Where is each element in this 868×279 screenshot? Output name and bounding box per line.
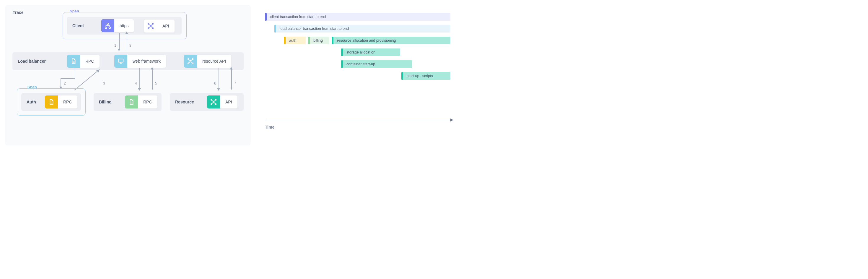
arrowhead-icon <box>125 32 128 34</box>
arrowhead-icon <box>151 67 154 69</box>
arrowhead-icon <box>118 49 121 51</box>
edge-8 <box>127 33 127 50</box>
chip-client-https-text: https <box>114 19 134 32</box>
arrowhead-icon <box>217 88 220 91</box>
bar-label: billing <box>310 37 329 44</box>
svg-point-4 <box>148 23 149 25</box>
chip-resource-api: API <box>207 95 238 109</box>
waterfall-bar: client transaction from start to end <box>265 13 451 21</box>
chip-client-api-text: API <box>157 19 175 33</box>
chip-client-https: https <box>101 19 134 32</box>
svg-rect-1 <box>105 27 107 29</box>
tier-billing-label: Billing <box>94 100 112 104</box>
waterfall-bar: load balancer transaction from start to … <box>274 25 451 32</box>
arrowhead-icon <box>451 118 453 121</box>
edge-6 <box>219 68 219 89</box>
chip-auth-rpc: RPC <box>45 95 78 109</box>
bar-label: storage allocation <box>343 49 400 56</box>
edge-num-2: 2 <box>64 81 66 85</box>
sitemap-icon <box>101 19 114 32</box>
graph-icon <box>144 19 157 33</box>
file-icon <box>125 95 138 109</box>
arrowhead-icon <box>230 67 233 69</box>
svg-point-7 <box>152 28 154 29</box>
chip-lb-resapi: resource API <box>184 55 231 68</box>
waterfall-bar: auth <box>284 37 306 44</box>
waterfall-bar: storage allocation <box>341 49 400 56</box>
svg-point-3 <box>150 25 152 27</box>
svg-point-13 <box>192 63 193 64</box>
svg-point-9 <box>190 61 191 62</box>
edge-7 <box>231 69 232 89</box>
svg-point-17 <box>211 104 212 105</box>
chip-lb-web-text: web framework <box>127 55 166 68</box>
bar-label: start-up . scripts <box>403 72 451 80</box>
chip-lb-resapi-text: resource API <box>197 55 231 68</box>
chip-lb-rpc-text: RPC <box>80 55 99 68</box>
waterfall-bar: start-up . scripts <box>401 72 451 80</box>
monitor-icon <box>114 55 127 68</box>
svg-point-11 <box>192 58 193 60</box>
svg-rect-2 <box>109 27 111 29</box>
edge-num-7: 7 <box>234 81 236 85</box>
trace-panel: Trace Span Client https API 1 8 Lo <box>5 5 251 145</box>
tier-auth-label: Auth <box>21 100 36 104</box>
edge-1 <box>119 33 120 49</box>
tier-client-label: Client <box>67 23 84 28</box>
edge-num-1: 1 <box>114 44 116 48</box>
chip-billing-rpc: RPC <box>125 95 157 109</box>
bar-label: load balancer transaction from start to … <box>276 25 451 32</box>
tier-lb-label: Load balancer <box>12 59 46 63</box>
file-icon <box>45 95 58 109</box>
bar-label: resource allocation and provisioning <box>334 37 451 44</box>
file-icon <box>67 55 80 68</box>
chip-lb-rpc: RPC <box>67 55 99 68</box>
edge-num-6: 6 <box>214 81 216 85</box>
svg-point-5 <box>152 23 154 25</box>
arrowhead-icon <box>138 88 141 91</box>
waterfall-bar: billing <box>308 37 329 44</box>
trace-title: Trace <box>13 10 24 15</box>
svg-rect-8 <box>118 59 123 62</box>
chip-resource-api-text: API <box>220 95 238 109</box>
chip-lb-web: web framework <box>114 55 166 68</box>
bar-label: auth <box>286 37 306 44</box>
edge-5 <box>152 69 153 89</box>
graph-icon <box>207 95 220 109</box>
svg-point-18 <box>215 104 216 105</box>
svg-point-14 <box>213 101 214 103</box>
waterfall-bar: resource allocation and provisioning <box>332 37 451 44</box>
waterfall-bar: container start-up <box>341 60 412 68</box>
graph-icon <box>184 55 197 68</box>
tier-resource-label: Resource <box>170 100 194 104</box>
svg-point-12 <box>188 63 189 64</box>
chip-client-api: API <box>144 19 175 33</box>
chip-auth-rpc-text: RPC <box>58 95 78 109</box>
bar-label: client transaction from start to end <box>267 13 451 21</box>
time-axis-label: Time <box>265 125 274 130</box>
edge-num-8: 8 <box>129 44 131 48</box>
svg-point-16 <box>215 99 216 101</box>
svg-point-6 <box>148 28 149 29</box>
edge-num-4: 4 <box>135 81 137 85</box>
bar-label: container start-up <box>343 60 412 68</box>
svg-point-10 <box>188 58 189 60</box>
time-axis <box>265 120 454 120</box>
svg-rect-0 <box>107 23 109 25</box>
edge-num-3: 3 <box>103 81 105 85</box>
svg-point-15 <box>211 99 212 101</box>
edge-4 <box>140 68 140 89</box>
edge-num-5: 5 <box>155 81 157 85</box>
chip-billing-rpc-text: RPC <box>138 95 157 109</box>
